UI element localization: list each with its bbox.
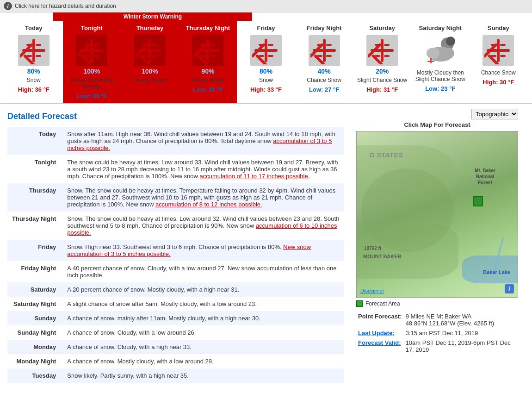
forecast-marker — [473, 196, 483, 206]
period-name-tonight: Tonight — [81, 25, 103, 31]
svg-rect-31 — [210, 55, 215, 57]
click-map-label[interactable]: Click Map For Forecast — [356, 121, 518, 128]
period-saturday: Saturday 20%Slight Chance SnowHigh: 31 °… — [353, 12, 411, 103]
forecast-text: Snow. The snow could be heavy at times. … — [62, 212, 344, 240]
last-update-value: 3:15 am PST Dec 11, 2019 — [404, 328, 518, 338]
forecast-row: Monday NightA chance of snow. Mostly clo… — [7, 354, 344, 368]
period-name-saturday-night: Saturday Night — [419, 25, 461, 31]
period-saturday-night: Saturday Night Mostly Cloudy then Slight… — [411, 12, 470, 103]
forecast-text: A chance of snow, mainly after 11am. Mos… — [62, 311, 344, 325]
forecast-valid-label[interactable]: Forecast Valid: — [356, 338, 404, 355]
svg-rect-38 — [259, 55, 264, 57]
info-icon: i — [4, 2, 12, 10]
svg-rect-28 — [200, 44, 206, 46]
weather-icon-saturday — [362, 34, 402, 67]
svg-rect-6 — [26, 55, 32, 57]
forecast-text: Snow. The snow could be heavy at times. … — [62, 183, 344, 212]
precip-pct-tonight: 100% — [83, 68, 100, 75]
svg-rect-44 — [317, 44, 322, 46]
svg-rect-4 — [26, 44, 32, 46]
point-forecast-section: Point Forecast: 9 Miles NE Mt Baker WA 4… — [356, 312, 518, 355]
forecast-period-label: Tuesday — [7, 368, 62, 383]
svg-rect-7 — [36, 55, 41, 57]
period-name-sunday: Sunday — [488, 25, 509, 31]
weather-icon-thursday-night — [188, 34, 228, 67]
map-disclaimer[interactable]: Disclaimer — [360, 288, 384, 293]
map-elevation-label: 10762 ft — [364, 246, 381, 251]
svg-rect-45 — [326, 44, 332, 46]
svg-rect-21 — [152, 44, 157, 46]
map-section: Topographic Street Satellite Click Map F… — [352, 104, 523, 390]
forecast-text: A chance of snow. Mostly cloudy, with a … — [62, 354, 344, 368]
temp-friday: High: 33 °F — [250, 86, 282, 93]
period-sunday: Sunday Chance SnowHigh: 30 °F — [470, 12, 528, 103]
map-container[interactable]: + − D STATES Mt. BakerNationalForest 107… — [356, 131, 518, 298]
point-forecast-label: Point Forecast: — [356, 312, 404, 328]
temp-thursday: High: 35 °F — [134, 86, 166, 93]
svg-rect-46 — [317, 55, 322, 57]
forecast-row: TuesdaySnow likely. Partly sunny, with a… — [7, 368, 344, 383]
svg-rect-20 — [142, 44, 148, 46]
svg-rect-55 — [384, 55, 390, 57]
forecast-text: A chance of snow. Cloudy, with a high ne… — [62, 340, 344, 354]
forecast-period-label: Friday Night — [7, 261, 62, 282]
svg-rect-30 — [200, 55, 206, 57]
weather-desc-sunday: Chance Snow — [481, 69, 516, 76]
map-type-select[interactable]: Topographic Street Satellite — [471, 109, 518, 119]
forecast-period-label: Thursday Night — [7, 212, 62, 240]
period-name-thursday: Thursday — [136, 25, 164, 31]
forecast-area-label: Forecast Area — [365, 300, 400, 307]
period-name-thursday-night: Thursday Night — [186, 25, 230, 31]
hazard-bar[interactable]: i Click here for hazard details and dura… — [0, 0, 532, 12]
svg-rect-69 — [491, 55, 496, 57]
forecast-text: Snow after 11am. High near 36. Wind chil… — [62, 127, 344, 155]
detailed-forecast: Detailed Forecast TodaySnow after 11am. … — [0, 104, 352, 390]
precip-pct-today: 80% — [27, 68, 40, 75]
weather-icon-sunday — [478, 34, 518, 67]
last-update-label[interactable]: Last Update: — [356, 328, 404, 338]
svg-rect-14 — [84, 55, 90, 57]
forecast-row: MondayA chance of snow. Cloudy, with a h… — [7, 340, 344, 354]
forecast-period-label: Monday — [7, 340, 62, 354]
svg-rect-5 — [36, 44, 41, 46]
precip-pct-friday: 80% — [260, 68, 272, 75]
forecast-text: A slight chance of snow after 5am. Mostl… — [62, 297, 344, 311]
svg-point-59 — [427, 48, 439, 59]
svg-rect-70 — [500, 55, 506, 57]
temp-saturday-night: Low: 23 °F — [425, 85, 455, 92]
forecast-valid-value: 10am PST Dec 11, 2019-6pm PST Dec 17, 20… — [404, 338, 518, 355]
forecast-text: Snow. High near 33. Southwest wind 3 to … — [62, 240, 344, 261]
map-controls: Topographic Street Satellite — [356, 109, 518, 119]
weather-desc-friday: Snow — [259, 77, 273, 83]
weather-icon-friday-night — [304, 34, 344, 67]
period-tonight: Tonight 100%Heavy Snow and BreezyLow: 33… — [63, 12, 121, 103]
weather-desc-friday-night: Chance Snow — [307, 77, 341, 83]
winter-storm-banner: Winter Storm Warning — [53, 12, 252, 21]
forecast-period-label: Tonight — [7, 155, 62, 183]
precip-pct-friday-night: 40% — [318, 68, 331, 75]
svg-rect-12 — [84, 44, 90, 46]
main-content: Detailed Forecast TodaySnow after 11am. … — [0, 104, 532, 390]
forecast-period-label: Saturday — [7, 282, 62, 297]
detailed-forecast-title: Detailed Forecast — [7, 112, 344, 121]
svg-rect-39 — [268, 55, 273, 57]
forecast-row: SundayA chance of snow, mainly after 11a… — [7, 311, 344, 325]
weather-desc-saturday: Slight Chance Snow — [357, 77, 407, 83]
forecast-period-label: Sunday Night — [7, 325, 62, 340]
forecast-period-label: Thursday — [7, 183, 62, 212]
forecast-row: FridaySnow. High near 33. Southwest wind… — [7, 240, 344, 261]
weather-icon-thursday — [130, 34, 170, 67]
forecast-period-label: Saturday Night — [7, 297, 62, 311]
forecast-area-box — [356, 300, 363, 307]
precip-pct-thursday-night: 90% — [201, 68, 214, 75]
temp-thursday-night: Low: 32 °F — [193, 86, 223, 93]
svg-rect-37 — [268, 44, 273, 46]
map-info-btn[interactable]: i — [505, 284, 514, 293]
forecast-strip: Winter Storm Warning Today 80%SnowHigh: … — [0, 12, 532, 104]
temp-saturday: High: 31 °F — [366, 86, 398, 93]
forecast-period-label: Friday — [7, 240, 62, 261]
forecast-row: TodaySnow after 11am. High near 36. Wind… — [7, 127, 344, 155]
svg-point-57 — [446, 37, 455, 46]
temp-friday-night: Low: 27 °F — [309, 86, 339, 93]
forecast-row: TonightThe snow could be heavy at times.… — [7, 155, 344, 183]
